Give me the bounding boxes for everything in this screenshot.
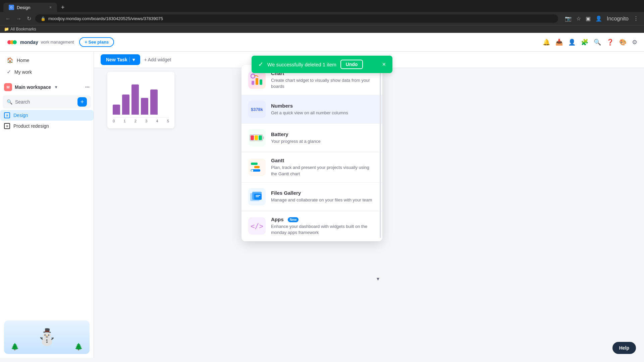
settings-icon[interactable]: ⚙ [632, 39, 637, 46]
add-widget-label: + Add widget [144, 57, 171, 62]
svg-point-15 [251, 170, 253, 172]
snowman-decoration: ⛄ 🌲 🌲 [4, 320, 90, 354]
widget-item-apps[interactable]: </> Apps New Enhance your dashboard with… [241, 211, 382, 241]
chart-bar-1 [113, 105, 120, 115]
gantt-icon-svg [250, 161, 264, 173]
widget-item-battery[interactable]: Battery Your progress at a glance [241, 124, 382, 152]
toast-check-icon: ✓ [258, 61, 263, 68]
snowman-icon: ⛄ [37, 328, 57, 347]
chart-bars-container [113, 77, 169, 117]
integrations-icon[interactable]: 🧩 [581, 39, 588, 46]
star-icon[interactable]: ☆ [575, 14, 582, 23]
app-container: monday work management + See plans 🔔 📥 👤… [0, 33, 644, 358]
battery-icon-svg [250, 134, 264, 142]
address-bar[interactable]: 🔒 moodjoy.monday.com/boards/1830420525/v… [35, 14, 558, 23]
workspace-name: Main workspace [15, 84, 51, 90]
battery-widget-name: Battery [271, 131, 376, 137]
files-widget-name: Files Gallery [271, 190, 376, 196]
numbers-widget-info: Numbers Get a quick view on all number c… [271, 103, 376, 116]
scroll-down-arrow[interactable]: ▼ [376, 276, 380, 282]
header-icons-group: 🔔 📥 👤 🧩 🔍 ❓ 🎨 ⚙ [543, 39, 637, 46]
files-widget-icon [248, 188, 266, 205]
people-icon[interactable]: 👤 [568, 39, 576, 46]
bookmarks-label[interactable]: All Bookmarks [10, 27, 36, 32]
board-name-product: Product redesign [13, 123, 49, 129]
svg-text:</>: </> [251, 222, 263, 230]
toast-close-button[interactable]: × [382, 61, 386, 68]
tree-icon-right: 🌲 [74, 343, 83, 351]
refresh-button[interactable]: ↻ [25, 14, 33, 23]
files-icon-svg [250, 190, 264, 203]
sidebar-item-my-work[interactable]: ✓ My work [3, 66, 91, 78]
widget-item-files[interactable]: Files Gallery Manage and collaborate on … [241, 183, 382, 211]
chart-bar-5 [150, 89, 158, 115]
search-placeholder-text: Search [15, 99, 30, 105]
widget-item-numbers[interactable]: $378k Numbers Get a quick view on all nu… [241, 95, 382, 124]
camera-icon[interactable]: 📷 [564, 14, 573, 23]
sidebar-workspace[interactable]: M Main workspace ▾ ··· [0, 80, 94, 94]
svg-rect-10 [255, 135, 258, 140]
gantt-widget-desc: Plan, track and present your projects vi… [271, 165, 376, 177]
dropdown-scrollbar[interactable] [380, 68, 381, 238]
chart-widget-info: Chart Create chart widget to visually sh… [271, 70, 376, 89]
new-task-button[interactable]: New Task ▾ [101, 54, 140, 65]
inbox-icon[interactable]: 📥 [555, 39, 563, 46]
main-area: 🏠 Home ✓ My work M Main workspace ▾ ··· … [0, 52, 644, 358]
gantt-widget-name: Gantt [271, 158, 376, 163]
sidebar: 🏠 Home ✓ My work M Main workspace ▾ ··· … [0, 52, 94, 358]
lock-icon: 🔒 [41, 16, 46, 21]
forward-button[interactable]: → [15, 14, 23, 23]
browser-toolbar-icons: 📷 ☆ ▣ 👤 Incognito ⋮ [564, 14, 640, 23]
tree-icon-left: 🌲 [11, 343, 19, 351]
workspace-chevron-icon: ▾ [55, 85, 57, 89]
see-plans-button[interactable]: + See plans [79, 37, 114, 47]
chart-bar-4 [141, 98, 148, 115]
apps-widget-icon: </> [248, 217, 266, 235]
toast-notification: ✓ We successfully deleted 1 item Undo × [252, 56, 392, 73]
workspace-avatar: M [4, 83, 12, 91]
monday-logo-icon [7, 37, 17, 48]
numbers-widget-icon: $378k [248, 101, 266, 118]
sidebar-item-home[interactable]: 🏠 Home [3, 54, 91, 66]
workspace-more-icon[interactable]: ··· [85, 84, 90, 90]
brand-subtitle: work management [41, 40, 74, 45]
active-browser-tab[interactable]: D Design × [3, 3, 57, 12]
add-widget-button[interactable]: + Add widget [144, 57, 171, 62]
svg-point-2 [13, 40, 17, 44]
help-icon[interactable]: ❓ [606, 39, 614, 46]
search-box[interactable]: 🔍 Search + [3, 95, 91, 109]
svg-rect-5 [260, 79, 262, 85]
brand-name: monday [20, 40, 38, 45]
svg-rect-20 [256, 196, 259, 197]
profile-label[interactable]: 👤 [594, 14, 603, 23]
sidebar-icon[interactable]: ▣ [584, 14, 592, 23]
add-button[interactable]: + [77, 97, 87, 107]
theme-icon[interactable]: 🎨 [619, 39, 627, 46]
menu-icon[interactable]: ⋮ [632, 14, 640, 23]
tab-favicon: D [9, 5, 14, 10]
widget-item-gantt[interactable]: Gantt Plan, track and present your proje… [241, 152, 382, 182]
sidebar-board-product-redesign[interactable]: ⊞ Product redesign [0, 121, 94, 131]
new-tab-button[interactable]: + [58, 3, 67, 12]
apps-icon-svg: </> [251, 220, 263, 232]
chart-bar-2 [122, 95, 129, 115]
svg-rect-9 [251, 135, 254, 140]
content-area: New Task ▾ + Add widget 0 1 [94, 52, 644, 358]
search-icon[interactable]: 🔍 [594, 39, 601, 46]
numbers-widget-name: Numbers [271, 103, 376, 109]
apps-widget-name: Apps New [271, 217, 376, 222]
notifications-icon[interactable]: 🔔 [543, 39, 550, 46]
new-task-chevron-icon: ▾ [129, 57, 135, 62]
svg-rect-12 [251, 163, 258, 165]
toast-undo-button[interactable]: Undo [340, 60, 363, 69]
chart-widget-background: 0 1 2 3 4 5 [107, 72, 174, 128]
back-button[interactable]: ← [4, 14, 12, 23]
svg-rect-13 [254, 166, 260, 168]
sidebar-board-design[interactable]: ⊞ Design [0, 110, 94, 121]
widget-dropdown: Chart Create chart widget to visually sh… [241, 65, 382, 241]
tab-close-button[interactable]: × [49, 5, 52, 10]
app-header: monday work management + See plans 🔔 📥 👤… [0, 33, 644, 52]
help-button[interactable]: Help [612, 342, 636, 354]
files-widget-desc: Manage and collaborate on your files wit… [271, 197, 376, 203]
browser-tabs-bar: D Design × + [0, 0, 644, 12]
